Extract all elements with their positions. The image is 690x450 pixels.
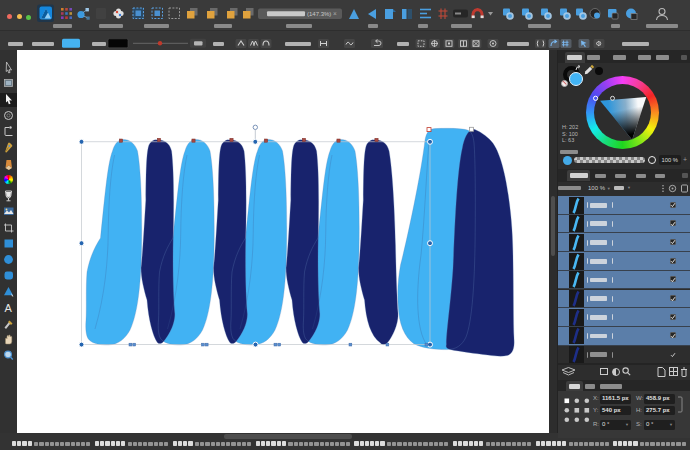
svg-text:A: A	[5, 302, 13, 314]
svg-text:×: ×	[333, 10, 337, 17]
svg-text:(147.3%): (147.3%)	[307, 11, 331, 17]
